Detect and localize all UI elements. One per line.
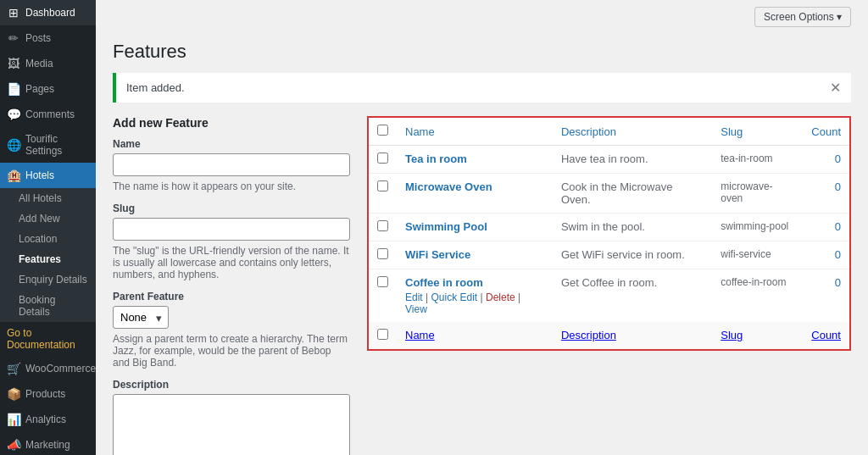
sidebar-item-tourific[interactable]: 🌐 Tourific Settings [0, 127, 96, 163]
row-checkbox-1 [368, 174, 397, 214]
submenu-add-new[interactable]: Add New [0, 208, 96, 229]
row-actions-4: Edit | Quick Edit | Delete | View [405, 291, 544, 315]
analytics-icon: 📊 [7, 413, 20, 426]
slug-group: Slug The "slug" is the URL-friendly vers… [113, 203, 350, 280]
submenu-features[interactable]: Features [0, 249, 96, 269]
th-slug: Slug [712, 117, 803, 146]
description-group: Description The description is not promi… [113, 379, 350, 455]
row-check-3[interactable] [377, 248, 388, 259]
tf-description: Description [553, 322, 712, 350]
row-name-3: WiFi Service [397, 241, 553, 269]
parent-select[interactable]: None [113, 306, 169, 329]
features-table: Name Description Slug Count [367, 116, 851, 351]
row-check-1[interactable] [377, 180, 388, 191]
page-title: Features [113, 41, 851, 63]
row-description-1: Cook in the Microwave Oven. [553, 174, 712, 214]
row-count-1: 0 [803, 174, 850, 214]
table-row: WiFi ServiceGet WiFi service in room.wif… [368, 241, 850, 269]
row-description-0: Have tea in room. [553, 146, 712, 174]
table-row: Microwave OvenCook in the Microwave Oven… [368, 174, 850, 214]
name-label: Name [113, 138, 350, 150]
row-description-4: Get Coffee in room. [553, 269, 712, 323]
content-area: Add new Feature Name The name is how it … [113, 116, 851, 455]
select-all-footer-checkbox[interactable] [377, 329, 388, 340]
row-name-1: Microwave Oven [397, 174, 553, 214]
submenu-all-hotels[interactable]: All Hotels [0, 188, 96, 208]
row-count-0: 0 [803, 146, 850, 174]
th-name: Name [397, 117, 553, 146]
row-name-link-2[interactable]: Swimming Pool [405, 220, 487, 233]
row-action-delete-4[interactable]: Delete [486, 291, 515, 303]
sidebar-item-posts[interactable]: ✏ Posts [0, 25, 96, 51]
row-check-4[interactable] [377, 276, 388, 287]
row-slug-1: microwave-oven [712, 174, 803, 214]
name-input[interactable] [113, 153, 350, 176]
table-header-row: Name Description Slug Count [368, 117, 850, 146]
table-footer-row: Name Description Slug Count [368, 322, 850, 350]
sidebar-item-marketing[interactable]: 📣 Marketing [0, 432, 96, 455]
features-table-area: Name Description Slug Count [367, 116, 851, 455]
add-feature-form: Add new Feature Name The name is how it … [113, 116, 350, 455]
parent-select-wrap: None [113, 306, 169, 329]
description-label: Description [113, 379, 350, 391]
posts-icon: ✏ [7, 31, 20, 45]
action-separator: | [515, 291, 520, 303]
parent-group: Parent Feature None Assign a parent term… [113, 291, 350, 369]
products-icon: 📦 [7, 387, 20, 401]
screen-options-button[interactable]: Screen Options ▾ [754, 7, 851, 27]
row-description-2: Swim in the pool. [553, 214, 712, 241]
dashboard-icon: ⊞ [7, 6, 20, 19]
select-all-checkbox[interactable] [377, 125, 388, 136]
row-name-link-0[interactable]: Tea in room [405, 153, 467, 165]
slug-hint: The "slug" is the URL-friendly version o… [113, 245, 350, 280]
notice-message: Item added. [126, 81, 185, 94]
row-action-edit-4[interactable]: Edit [405, 291, 423, 303]
description-textarea[interactable] [113, 394, 350, 455]
parent-hint: Assign a parent term to create a hierarc… [113, 333, 350, 369]
slug-input[interactable] [113, 218, 350, 241]
sidebar-item-products[interactable]: 📦 Products [0, 381, 96, 407]
topbar: Screen Options ▾ [96, 0, 868, 27]
pages-icon: 📄 [7, 82, 20, 96]
sort-name-footer-link[interactable]: Name [405, 329, 435, 341]
row-action-view-4[interactable]: View [405, 303, 427, 315]
row-name-link-3[interactable]: WiFi Service [405, 248, 470, 261]
close-notice-button[interactable]: ✕ [830, 80, 841, 96]
submenu-location[interactable]: Location [0, 229, 96, 249]
form-title: Add new Feature [113, 116, 350, 130]
table-row: Tea in roomHave tea in room.tea-in-room0 [368, 146, 850, 174]
row-action-quick-edit-4[interactable]: Quick Edit [431, 291, 477, 303]
submenu-booking[interactable]: Booking Details [0, 290, 96, 322]
sort-slug-footer-link[interactable]: Slug [721, 329, 743, 341]
sort-slug-link[interactable]: Slug [721, 125, 743, 138]
row-slug-4: coffee-in-room [712, 269, 803, 323]
sidebar-item-comments[interactable]: 💬 Comments [0, 102, 96, 127]
sidebar-item-media[interactable]: 🖼 Media [0, 51, 96, 76]
row-checkbox-3 [368, 241, 397, 269]
row-name-link-4[interactable]: Coffee in room [405, 276, 483, 289]
row-check-0[interactable] [377, 153, 388, 164]
sort-description-link[interactable]: Description [561, 125, 616, 138]
sidebar-item-pages[interactable]: 📄 Pages [0, 76, 96, 102]
row-slug-2: swimming-pool [712, 214, 803, 241]
sidebar-item-dashboard[interactable]: ⊞ Dashboard [0, 0, 96, 25]
sidebar-item-analytics[interactable]: 📊 Analytics [0, 407, 96, 432]
row-check-2[interactable] [377, 220, 388, 231]
row-name-4: Coffee in roomEdit | Quick Edit | Delete… [397, 269, 553, 323]
sort-count-footer-link[interactable]: Count [811, 329, 841, 341]
table-row: Coffee in roomEdit | Quick Edit | Delete… [368, 269, 850, 323]
row-checkbox-4 [368, 269, 397, 323]
sidebar-item-woocommerce[interactable]: 🛒 WooCommerce [0, 356, 96, 381]
parent-label: Parent Feature [113, 291, 350, 302]
row-name-link-1[interactable]: Microwave Oven [405, 180, 492, 193]
sort-name-link[interactable]: Name [405, 125, 435, 138]
table-body: Tea in roomHave tea in room.tea-in-room0… [368, 146, 850, 323]
sidebar-item-hotels[interactable]: 🏨 Hotels [0, 163, 96, 188]
sort-count-link[interactable]: Count [811, 125, 841, 138]
main-content: Screen Options ▾ Features Item added. ✕ … [96, 0, 868, 455]
go-to-docs-link[interactable]: Go to Documentation [0, 322, 96, 356]
submenu-enquiry[interactable]: Enquiry Details [0, 269, 96, 290]
row-slug-0: tea-in-room [712, 146, 803, 174]
sort-description-footer-link[interactable]: Description [561, 329, 616, 341]
row-description-3: Get WiFi service in room. [553, 241, 712, 269]
